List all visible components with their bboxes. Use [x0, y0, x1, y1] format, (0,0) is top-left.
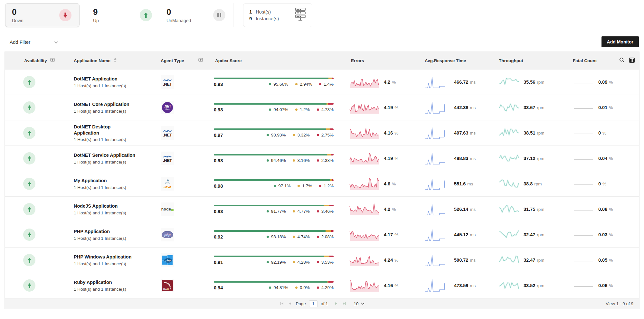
table-row[interactable]: NodeJS Application 1 Host(s) and 1 Insta…: [5, 196, 639, 222]
last-page-button[interactable]: [342, 301, 347, 306]
response-sparkline: [425, 125, 450, 141]
unmanaged-count: 0: [166, 7, 191, 17]
application-name[interactable]: Ruby Application: [74, 279, 161, 285]
apdex-frustrated-segment: [328, 103, 334, 105]
table-row[interactable]: DotNET Service Application 1 Host(s) and…: [5, 145, 639, 171]
add-monitor-button[interactable]: Add Monitor: [601, 36, 639, 47]
col-application-name[interactable]: Application Name: [74, 58, 161, 63]
errors-unit: %: [394, 131, 398, 136]
tolerating-dot-icon: [298, 185, 300, 187]
errors-unit: %: [394, 105, 398, 110]
frustrated-dot-icon: [317, 210, 319, 212]
apdex-bar: [214, 205, 334, 206]
pause-icon: [213, 9, 225, 21]
application-name[interactable]: DotNET Application: [74, 76, 161, 82]
fatal-value: 0.01: [598, 105, 607, 110]
apdex-satisfied-segment: [214, 154, 327, 155]
throughput-cell: 33.67rpm: [499, 100, 573, 115]
col-apdex-score[interactable]: Apdex Score: [214, 58, 349, 63]
errors-cell: 4.16%: [349, 278, 425, 293]
fatal-value: 0.06: [598, 283, 607, 288]
table-row[interactable]: DotNET DesktopApplication 1 Host(s) and …: [5, 120, 639, 145]
application-name[interactable]: PHP Windows Application: [74, 254, 161, 260]
col-agent-type-label: Agent Type: [161, 58, 184, 63]
page-number-input[interactable]: [309, 300, 317, 307]
filter-icon[interactable]: [198, 58, 203, 63]
tolerating-value: 1.7%: [302, 183, 312, 188]
throughput-sparkline: [499, 100, 519, 115]
response-unit: ms: [470, 283, 476, 288]
table-row[interactable]: DotNET Core Application 1 Host(s) and 1 …: [5, 95, 639, 120]
throughput-cell: 32.47rpm: [499, 253, 573, 267]
node-icon: node: [161, 202, 174, 216]
fatal-value: 0.05: [598, 258, 607, 263]
col-avg-response-time[interactable]: Avg.Response Time: [425, 58, 499, 63]
response-cell: 466.72ms: [425, 74, 499, 90]
search-icon[interactable]: [619, 57, 625, 64]
response-cell: 497.63ms: [425, 125, 499, 141]
card-hosts[interactable]: 1 Host(s) 9 Instance(s): [243, 3, 312, 27]
apdex-score: 0.94: [214, 285, 223, 290]
tolerating-dot-icon: [295, 108, 298, 111]
view-status: View 1 - 9 of 9: [606, 301, 633, 306]
php-windows-icon: php: [161, 253, 174, 267]
errors-unit: %: [392, 80, 396, 85]
previous-page-button[interactable]: [288, 301, 292, 306]
application-name[interactable]: My Application: [74, 178, 161, 183]
apdex-score: 0.98: [214, 158, 223, 163]
instances-row: 9 Instance(s): [249, 16, 279, 21]
apdex-satisfied-legend: 92.19%: [267, 260, 286, 265]
application-name[interactable]: DotNET Core Application: [74, 101, 161, 107]
fatal-cell: 0.01%: [573, 100, 618, 115]
col-throughput[interactable]: Throughput: [499, 58, 573, 63]
throughput-value: 31.75: [524, 207, 535, 212]
card-unmanaged[interactable]: 0 UnManaged: [160, 3, 233, 27]
application-name[interactable]: NodeJS Application: [74, 203, 161, 209]
response-value: 466.72: [454, 80, 468, 85]
apdex-frustrated-legend: 1.4%: [319, 82, 334, 87]
page-size-select[interactable]: 10: [354, 301, 365, 306]
next-page-button[interactable]: [334, 301, 338, 306]
sort-icon[interactable]: [114, 58, 117, 63]
errors-cell: 4.17%: [349, 227, 425, 242]
col-fatal-count[interactable]: Fatal Count: [573, 58, 618, 63]
filter-icon[interactable]: [50, 58, 55, 63]
tolerating-value: 2.94%: [300, 82, 312, 87]
application-name[interactable]: DotNET Service Application: [74, 152, 161, 158]
throughput-cell: 33.52rpm: [499, 278, 573, 293]
col-errors[interactable]: Errors: [349, 58, 425, 63]
card-down[interactable]: 0 Down: [5, 3, 80, 27]
col-agent-type[interactable]: Agent Type: [161, 58, 214, 63]
response-cell: 473.59ms: [425, 277, 499, 294]
throughput-unit: rpm: [537, 232, 544, 237]
satisfied-dot-icon: [267, 236, 269, 238]
fatal-sparkline: [573, 75, 594, 89]
down-arrow-icon: [59, 9, 71, 21]
apdex-satisfied-segment: [214, 230, 326, 232]
fatal-unit: %: [609, 80, 613, 85]
response-value: 445.12: [454, 232, 468, 237]
table-row[interactable]: PHP Windows Application 1 Host(s) and 1 …: [5, 247, 639, 273]
col-availability[interactable]: Availability: [5, 58, 74, 63]
table-row[interactable]: My Application 1 Host(s) and 1 Instance(…: [5, 171, 639, 196]
apdex-satisfied-legend: 93.93%: [267, 133, 286, 137]
table-row[interactable]: PHP Application 1 Host(s) and 1 Instance…: [5, 222, 639, 247]
apdex-tolerating-segment: [324, 205, 329, 206]
satisfied-dot-icon: [267, 261, 269, 263]
card-up[interactable]: 9 Up: [87, 3, 160, 27]
apdex-bar: [214, 154, 334, 155]
apdex-tolerating-legend: 3.32%: [293, 133, 309, 137]
column-chooser-icon[interactable]: [629, 58, 635, 64]
application-name[interactable]: PHP Application: [74, 229, 161, 234]
add-filter-dropdown[interactable]: Add Filter: [10, 39, 58, 45]
table-row[interactable]: Ruby Application 1 Host(s) and 1 Instanc…: [5, 273, 639, 298]
table-row[interactable]: DotNET Application 1 Host(s) and 1 Insta…: [5, 69, 639, 95]
tolerating-value: 0.9%: [300, 285, 310, 290]
tolerating-value: 3.16%: [297, 158, 309, 163]
hosts-row: 1 Host(s): [249, 9, 279, 14]
first-page-button[interactable]: [279, 301, 285, 306]
apdex-bar: [214, 103, 334, 105]
application-name[interactable]: DotNET DesktopApplication: [74, 124, 161, 136]
apdex-frustrated-legend: 2.75%: [317, 133, 334, 137]
frustrated-dot-icon: [317, 236, 319, 238]
